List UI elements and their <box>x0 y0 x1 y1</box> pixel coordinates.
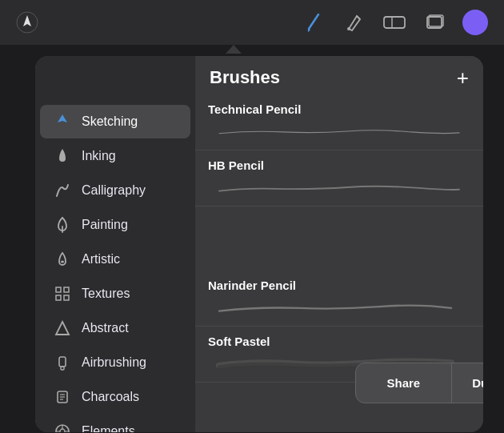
sidebar-item-elements[interactable]: Elements <box>40 415 190 432</box>
svg-rect-16 <box>61 367 64 370</box>
brush-name-soft-pastel: Soft Pastel <box>208 335 470 348</box>
textures-icon <box>53 285 72 303</box>
sidebar-item-inking[interactable]: Inking <box>40 139 190 173</box>
topbar-left <box>16 11 38 34</box>
svg-rect-13 <box>64 295 69 300</box>
pen-tool-icon[interactable] <box>342 11 365 34</box>
sidebar-item-textures[interactable]: Textures <box>40 277 190 311</box>
sidebar-label-inking: Inking <box>82 149 116 163</box>
sidebar-item-abstract[interactable]: Abstract <box>40 311 190 345</box>
svg-rect-12 <box>56 295 61 300</box>
sidebar-label-painting: Painting <box>82 218 128 232</box>
sidebar-item-airbrushing[interactable]: Airbrushing <box>40 346 190 379</box>
sidebar-item-painting[interactable]: Painting <box>40 208 190 242</box>
sidebar-label-abstract: Abstract <box>82 321 129 335</box>
topbar-tool-icons <box>302 10 488 35</box>
artistic-icon <box>53 251 72 268</box>
brush-name-technical-pencil: Technical Pencil <box>208 102 470 116</box>
brush-item-technical-pencil[interactable]: Technical Pencil <box>195 94 483 150</box>
action-buttons-bar: Share Duplicate Reset <box>355 363 483 403</box>
sketching-icon <box>53 113 72 130</box>
brush-stroke-narinder-pencil <box>208 295 470 319</box>
topbar <box>0 0 504 45</box>
sidebar-label-artistic: Artistic <box>82 252 120 267</box>
duplicate-button[interactable]: Duplicate <box>452 363 483 403</box>
brush-item-narinder-pencil[interactable]: Narinder Pencil <box>195 271 483 327</box>
svg-line-2 <box>309 14 318 29</box>
add-brush-button[interactable]: + <box>457 67 469 88</box>
navigate-icon[interactable] <box>16 11 38 34</box>
brushes-title: Brushes <box>210 67 280 88</box>
airbrushing-icon <box>53 354 72 371</box>
share-button[interactable]: Share <box>356 363 452 403</box>
brush-list: Brushes + Technical Pencil HB Pencil <box>195 56 483 432</box>
brush-item-hb-pencil[interactable]: HB Pencil <box>195 150 483 206</box>
sidebar-label-charcoals: Charcoals <box>82 390 139 404</box>
sidebar-label-textures: Textures <box>82 287 130 301</box>
sidebar-label-elements: Elements <box>82 424 135 432</box>
svg-marker-14 <box>56 322 69 335</box>
sidebar-item-calligraphy[interactable]: Calligraphy <box>40 174 190 207</box>
brush-name-hb-pencil: HB Pencil <box>208 158 470 172</box>
sidebar-label-calligraphy: Calligraphy <box>82 183 146 198</box>
sidebar-label-airbrushing: Airbrushing <box>82 355 146 370</box>
abstract-icon <box>53 319 72 337</box>
sidebar-item-sketching[interactable]: Sketching <box>40 105 190 138</box>
brush-tool-icon[interactable] <box>302 11 325 34</box>
main-content: Sketching Inking Calligraphy <box>0 45 504 433</box>
svg-point-9 <box>61 261 64 263</box>
brush-stroke-hb-pencil <box>208 175 470 199</box>
avatar[interactable] <box>462 10 488 35</box>
brushes-panel: Sketching Inking Calligraphy <box>35 56 483 432</box>
inking-icon <box>53 147 72 165</box>
calligraphy-icon <box>53 182 72 199</box>
panel-arrow <box>226 45 242 54</box>
svg-rect-4 <box>384 17 405 28</box>
brush-list-header: Brushes + <box>195 56 483 94</box>
svg-rect-15 <box>59 357 66 367</box>
charcoals-icon <box>53 388 72 406</box>
sidebar: Sketching Inking Calligraphy <box>35 56 195 432</box>
brush-stroke-technical-pencil <box>208 119 470 143</box>
sidebar-item-charcoals[interactable]: Charcoals <box>40 380 190 414</box>
svg-marker-8 <box>58 114 67 122</box>
elements-icon <box>53 423 72 432</box>
painting-icon <box>53 216 72 234</box>
eraser-tool-icon[interactable] <box>382 14 406 31</box>
sidebar-item-artistic[interactable]: Artistic <box>40 243 190 276</box>
svg-rect-10 <box>56 287 61 292</box>
brush-name-narinder-pencil: Narinder Pencil <box>208 279 470 292</box>
sidebar-label-sketching: Sketching <box>82 114 138 129</box>
svg-point-22 <box>60 429 65 432</box>
svg-point-3 <box>347 27 350 30</box>
layers-tool-icon[interactable] <box>424 12 445 33</box>
svg-rect-11 <box>64 287 69 292</box>
